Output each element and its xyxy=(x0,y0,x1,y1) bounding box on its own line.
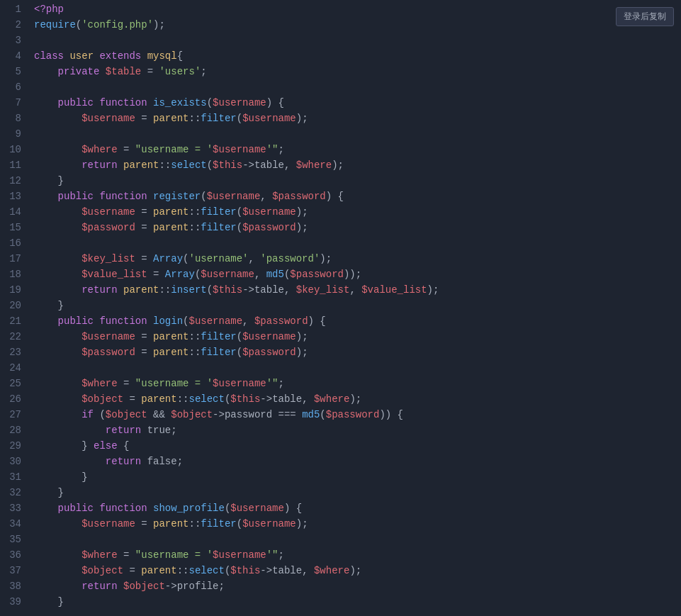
code-line: $username = parent::filter($username); xyxy=(30,329,681,345)
code-line: $username = parent::filter($username); xyxy=(30,111,681,126)
line-number: 22 xyxy=(6,329,21,345)
line-number: 27 xyxy=(6,407,21,422)
code-line: $where = "username = '$username'"; xyxy=(30,547,681,563)
line-number: 15 xyxy=(6,220,21,235)
code-line: } xyxy=(30,469,681,485)
code-line: require('config.php'); xyxy=(30,17,681,33)
code-line: $password = parent::filter($password); xyxy=(30,220,681,235)
line-number: 29 xyxy=(6,438,21,454)
line-number: 36 xyxy=(6,547,21,563)
code-line xyxy=(30,79,681,95)
line-number: 8 xyxy=(6,111,21,126)
code-line: } xyxy=(30,485,681,500)
line-number: 35 xyxy=(6,532,21,547)
code-line: if ($object && $object->password === md5… xyxy=(30,407,681,422)
code-line xyxy=(30,235,681,251)
code-line: $username = parent::filter($username); xyxy=(30,516,681,532)
code-line: public function login($username, $passwo… xyxy=(30,313,681,329)
line-number: 5 xyxy=(6,64,21,79)
line-number: 20 xyxy=(6,298,21,313)
code-container: 1234567891011121314151617181920212223242… xyxy=(0,0,681,616)
line-number: 38 xyxy=(6,578,21,594)
line-number: 28 xyxy=(6,422,21,438)
line-number: 23 xyxy=(6,345,21,360)
code-line: $where = "username = '$username'"; xyxy=(30,142,681,157)
line-number: 4 xyxy=(6,48,21,64)
code-line: return false; xyxy=(30,454,681,469)
line-number: 1 xyxy=(6,1,21,17)
line-number: 17 xyxy=(6,251,21,267)
line-number: 19 xyxy=(6,282,21,298)
line-number: 32 xyxy=(6,485,21,500)
line-number: 37 xyxy=(6,563,21,578)
code-line: $password = parent::filter($password); xyxy=(30,345,681,360)
code-line: $username = parent::filter($username); xyxy=(30,204,681,220)
line-number: 26 xyxy=(6,391,21,407)
line-number: 34 xyxy=(6,516,21,532)
code-line: public function show_profile($username) … xyxy=(30,500,681,516)
code-line: return parent::select($this->table, $whe… xyxy=(30,157,681,173)
code-line: $object = parent::select($this->table, $… xyxy=(30,391,681,407)
line-number: 2 xyxy=(6,17,21,33)
line-number: 9 xyxy=(6,126,21,142)
code-line: } else { xyxy=(30,438,681,454)
code-line xyxy=(30,126,681,142)
code-line: class user extends mysql{ xyxy=(30,48,681,64)
line-number: 25 xyxy=(6,376,21,391)
line-number: 18 xyxy=(6,267,21,282)
line-number: 14 xyxy=(6,204,21,220)
line-number: 31 xyxy=(6,469,21,485)
line-number: 24 xyxy=(6,360,21,376)
line-number: 6 xyxy=(6,79,21,95)
code-line: <?php xyxy=(30,1,681,17)
line-number: 10 xyxy=(6,142,21,157)
code-line: private $table = 'users'; xyxy=(30,64,681,79)
code-line: } xyxy=(30,594,681,610)
line-number: 16 xyxy=(6,235,21,251)
line-number: 12 xyxy=(6,173,21,189)
code-line: } xyxy=(30,298,681,313)
line-number: 13 xyxy=(6,189,21,204)
copy-button[interactable]: 登录后复制 xyxy=(616,7,674,26)
code-line: $value_list = Array($username, md5($pass… xyxy=(30,267,681,282)
code-line xyxy=(30,360,681,376)
code-line: $where = "username = '$username'"; xyxy=(30,376,681,391)
line-number: 39 xyxy=(6,594,21,610)
code-line: return parent::insert($this->table, $key… xyxy=(30,282,681,298)
code-line: public function is_exists($username) { xyxy=(30,95,681,111)
code-line: public function register($username, $pas… xyxy=(30,189,681,204)
code-content: <?phprequire('config.php');class user ex… xyxy=(30,0,681,616)
line-numbers: 1234567891011121314151617181920212223242… xyxy=(0,0,30,616)
line-number: 3 xyxy=(6,33,21,48)
line-number: 7 xyxy=(6,95,21,111)
code-line: $object = parent::select($this->table, $… xyxy=(30,563,681,578)
line-number: 11 xyxy=(6,157,21,173)
code-line: } xyxy=(30,173,681,189)
line-number: 30 xyxy=(6,454,21,469)
code-line xyxy=(30,532,681,547)
line-number: 33 xyxy=(6,500,21,516)
code-line: return $object->profile; xyxy=(30,578,681,594)
code-line xyxy=(30,33,681,48)
code-line: $key_list = Array('username', 'password'… xyxy=(30,251,681,267)
code-line: return true; xyxy=(30,422,681,438)
line-number: 21 xyxy=(6,313,21,329)
